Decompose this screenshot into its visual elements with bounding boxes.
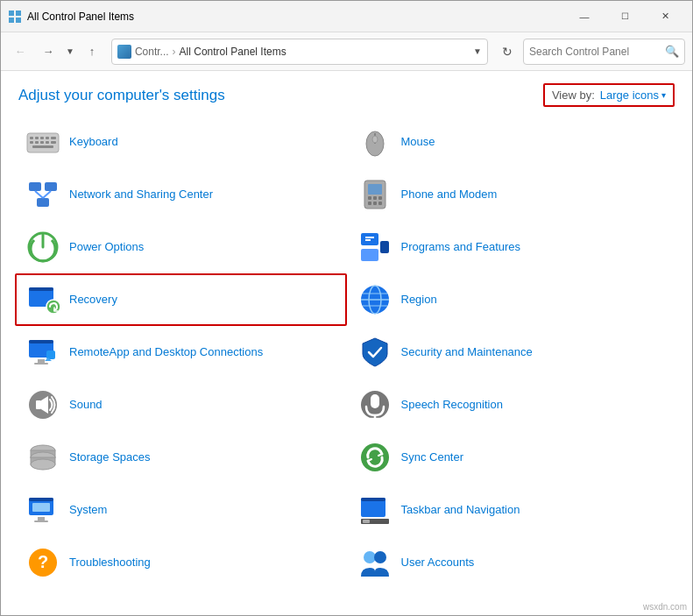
- up-button[interactable]: ↑: [80, 39, 104, 64]
- grid-item-storage[interactable]: Storage Spaces: [15, 431, 347, 484]
- svg-rect-19: [29, 182, 41, 191]
- address-separator: ›: [173, 46, 176, 58]
- svg-point-18: [372, 136, 378, 143]
- storage-icon: [25, 440, 60, 475]
- svg-rect-6: [35, 137, 39, 139]
- forward-button[interactable]: →: [36, 39, 60, 64]
- grid-item-security[interactable]: Security and Maintenance: [347, 326, 679, 379]
- svg-rect-3: [16, 18, 21, 23]
- grid-item-troubleshoot[interactable]: ?Troubleshooting: [15, 536, 347, 589]
- keyboard-icon: [25, 124, 60, 159]
- svg-rect-8: [46, 137, 49, 139]
- svg-rect-69: [32, 503, 50, 512]
- recent-locations-button[interactable]: ▼: [64, 45, 76, 58]
- window-icon: [8, 10, 22, 24]
- power-icon: [25, 230, 60, 265]
- recovery-label: Recovery: [69, 293, 117, 308]
- network-icon: [25, 177, 60, 212]
- grid-item-network[interactable]: Network and Sharing Center: [15, 168, 347, 221]
- network-label: Network and Sharing Center: [69, 188, 213, 202]
- programs-icon: [357, 230, 392, 265]
- svg-rect-12: [40, 141, 44, 144]
- view-by-value[interactable]: Large icons ▾: [600, 89, 666, 102]
- view-by-dropdown-icon: ▾: [661, 90, 666, 100]
- svg-rect-13: [46, 141, 49, 144]
- svg-rect-40: [29, 287, 53, 291]
- view-by-control[interactable]: View by: Large icons ▾: [543, 83, 675, 107]
- toolbar: ← → ▼ ↑ Contr... › All Control Panel Ite…: [1, 32, 692, 71]
- grid-item-taskbar[interactable]: Taskbar and Navigation: [347, 484, 679, 536]
- grid-item-sync[interactable]: Sync Center: [347, 431, 679, 484]
- grid-item-power[interactable]: Power Options: [15, 221, 347, 273]
- svg-rect-31: [378, 202, 382, 205]
- sync-label: Sync Center: [401, 450, 464, 465]
- svg-rect-53: [36, 400, 41, 409]
- view-by-label: View by:: [552, 89, 595, 102]
- address-bar[interactable]: Contr... › All Control Panel Items ▼: [111, 39, 488, 65]
- speech-icon: [357, 387, 392, 422]
- svg-rect-15: [32, 145, 53, 148]
- items-area: KeyboardMouseNetwork and Sharing CenterP…: [1, 116, 692, 615]
- svg-line-23: [43, 191, 51, 198]
- svg-rect-11: [35, 141, 39, 144]
- programs-label: Programs and Features: [401, 240, 521, 255]
- svg-rect-25: [368, 184, 382, 195]
- taskbar-icon: [357, 492, 392, 527]
- accounts-label: User Accounts: [401, 556, 475, 570]
- grid-item-sound[interactable]: Sound: [15, 379, 347, 431]
- svg-rect-20: [45, 182, 57, 191]
- grid-item-remoteapp[interactable]: RemoteApp and Desktop Connections: [15, 326, 347, 379]
- svg-line-22: [35, 191, 43, 198]
- back-button[interactable]: ←: [8, 39, 32, 64]
- accounts-icon: [357, 545, 392, 580]
- recovery-icon: [25, 282, 60, 317]
- window-controls: — ☐ ✕: [564, 1, 685, 32]
- grid-item-phone[interactable]: Phone and Modem: [347, 168, 679, 221]
- svg-rect-68: [34, 520, 48, 522]
- search-input[interactable]: [529, 46, 665, 58]
- grid-item-keyboard[interactable]: Keyboard: [15, 116, 347, 168]
- remoteapp-icon: [25, 335, 60, 370]
- svg-rect-9: [51, 137, 56, 139]
- grid-item-mouse[interactable]: Mouse: [347, 116, 679, 168]
- svg-rect-28: [378, 196, 382, 200]
- close-button[interactable]: ✕: [645, 1, 685, 32]
- watermark: wsxdn.com: [640, 601, 689, 612]
- speech-label: Speech Recognition: [401, 398, 503, 413]
- storage-label: Storage Spaces: [69, 450, 151, 465]
- main-content: Adjust your computer's settings View by:…: [1, 71, 692, 615]
- grid-item-programs[interactable]: Programs and Features: [347, 221, 679, 273]
- troubleshoot-icon: ?: [25, 545, 60, 580]
- search-icon[interactable]: 🔍: [665, 45, 679, 58]
- grid-item-system[interactable]: System: [15, 484, 347, 536]
- svg-rect-48: [29, 340, 53, 343]
- grid-item-speech[interactable]: Speech Recognition: [347, 379, 679, 431]
- phone-label: Phone and Modem: [401, 188, 498, 202]
- mouse-label: Mouse: [401, 135, 435, 150]
- security-label: Security and Maintenance: [401, 345, 533, 360]
- refresh-button[interactable]: ↻: [495, 39, 520, 64]
- svg-rect-71: [361, 498, 385, 501]
- items-grid: KeyboardMouseNetwork and Sharing CenterP…: [15, 116, 678, 589]
- svg-rect-35: [361, 249, 378, 261]
- grid-item-recovery[interactable]: Recovery: [15, 273, 347, 326]
- maximize-button[interactable]: ☐: [605, 1, 645, 32]
- grid-item-accounts[interactable]: User Accounts: [347, 536, 679, 589]
- svg-point-63: [31, 459, 55, 470]
- grid-item-region[interactable]: Region: [347, 273, 679, 326]
- svg-rect-10: [30, 141, 33, 144]
- minimize-button[interactable]: —: [564, 1, 605, 32]
- system-label: System: [69, 503, 107, 518]
- troubleshoot-label: Troubleshooting: [69, 556, 151, 570]
- svg-rect-50: [34, 363, 48, 365]
- svg-rect-56: [371, 394, 379, 408]
- taskbar-label: Taskbar and Navigation: [401, 503, 520, 518]
- sound-label: Sound: [69, 398, 103, 413]
- svg-point-76: [364, 551, 376, 563]
- window: All Control Panel Items — ☐ ✕ ← → ▼ ↑ Co…: [0, 0, 693, 616]
- svg-rect-0: [9, 11, 14, 16]
- svg-point-41: [46, 300, 60, 314]
- system-icon: [25, 492, 60, 527]
- region-label: Region: [401, 293, 437, 308]
- svg-rect-2: [9, 18, 14, 23]
